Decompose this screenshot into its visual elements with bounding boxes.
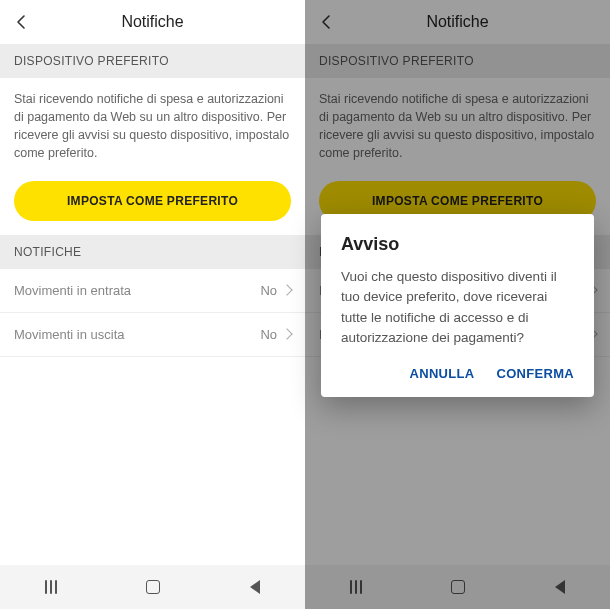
row-value: No: [260, 283, 277, 298]
app-header: Notifiche: [0, 0, 305, 44]
row-value-wrap: No: [260, 327, 291, 342]
confirm-dialog: Avviso Vuoi che questo dispositivo diven…: [321, 214, 594, 397]
chevron-right-icon: [281, 328, 292, 339]
nav-back-icon[interactable]: [250, 580, 260, 594]
nav-home-icon[interactable]: [146, 580, 160, 594]
nav-recent-icon[interactable]: [45, 580, 57, 594]
row-label: Movimenti in uscita: [14, 327, 125, 342]
page-title: Notifiche: [121, 13, 183, 31]
chevron-right-icon: [281, 284, 292, 295]
screen-settings-dialog: Notifiche DISPOSITIVO PREFERITO Stai ric…: [305, 0, 610, 609]
row-movements-in[interactable]: Movimenti in entrata No: [0, 269, 305, 313]
cancel-button[interactable]: ANNULLA: [410, 366, 475, 381]
android-nav-bar: [0, 565, 305, 609]
set-preferred-button[interactable]: IMPOSTA COME PREFERITO: [14, 181, 291, 221]
row-movements-out[interactable]: Movimenti in uscita No: [0, 313, 305, 357]
dialog-title: Avviso: [341, 234, 574, 255]
confirm-button[interactable]: CONFERMA: [496, 366, 574, 381]
screen-settings: Notifiche DISPOSITIVO PREFERITO Stai ric…: [0, 0, 305, 609]
row-value: No: [260, 327, 277, 342]
dialog-actions: ANNULLA CONFERMA: [341, 366, 574, 387]
row-label: Movimenti in entrata: [14, 283, 131, 298]
dialog-body: Vuoi che questo dispositivo diventi il t…: [341, 267, 574, 348]
preferred-device-description: Stai ricevendo notifiche di spesa e auto…: [0, 78, 305, 177]
section-notifications: NOTIFICHE: [0, 235, 305, 269]
back-icon[interactable]: [12, 12, 32, 32]
section-preferred-device: DISPOSITIVO PREFERITO: [0, 44, 305, 78]
row-value-wrap: No: [260, 283, 291, 298]
